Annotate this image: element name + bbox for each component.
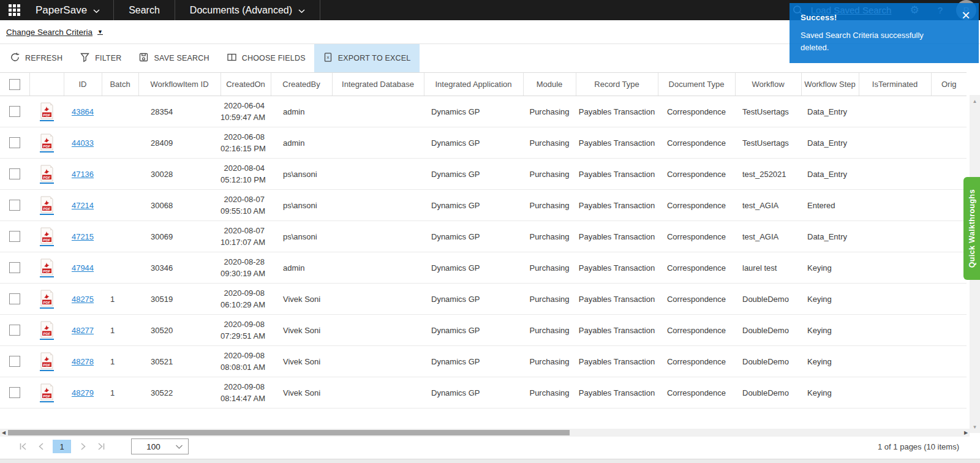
col-header-module[interactable]: Module bbox=[523, 73, 576, 96]
document-id-link[interactable]: 47136 bbox=[72, 170, 94, 179]
row-checkbox[interactable] bbox=[9, 231, 20, 242]
row-checkbox[interactable] bbox=[9, 168, 20, 179]
document-id-link[interactable]: 43864 bbox=[72, 107, 94, 116]
module-cell: Purchasing bbox=[523, 377, 576, 408]
svg-text:PDF: PDF bbox=[43, 363, 50, 366]
document-icon-header bbox=[29, 73, 64, 96]
document-id-link[interactable]: 48275 bbox=[72, 295, 94, 304]
col-header-createdby[interactable]: CreatedBy bbox=[271, 73, 332, 96]
pdf-document-link[interactable]: PDF bbox=[40, 165, 54, 184]
id-cell: 47944 bbox=[64, 252, 102, 284]
col-header-batch[interactable]: Batch bbox=[102, 73, 138, 96]
save-search-button[interactable]: SAVE SEARCH bbox=[130, 44, 217, 72]
row-checkbox[interactable] bbox=[9, 262, 20, 273]
quick-walkthroughs-tab[interactable]: Quick Walkthroughs bbox=[963, 177, 980, 280]
table-row: PDF 47136 30028 2020-08-04 05:12:10 PM p… bbox=[0, 159, 967, 190]
toast-title: Success! bbox=[801, 13, 968, 22]
col-header-createdon[interactable]: CreatedOn bbox=[221, 73, 271, 96]
workflow-cell: test_AGIA bbox=[735, 221, 801, 252]
row-checkbox[interactable] bbox=[9, 387, 20, 398]
integrated-database-cell bbox=[332, 377, 424, 408]
pdf-document-link[interactable]: PDF bbox=[40, 134, 54, 152]
batch-cell bbox=[102, 96, 138, 127]
horizontal-scrollbar[interactable]: ◀ ▶ bbox=[0, 429, 970, 437]
col-header-record-type[interactable]: Record Type bbox=[576, 73, 658, 96]
module-cell: Purchasing bbox=[523, 252, 576, 284]
row-select-cell bbox=[0, 346, 29, 377]
pdf-document-link[interactable]: PDF bbox=[40, 321, 54, 340]
pager-summary: 1 of 1 pages (10 items) bbox=[878, 442, 959, 451]
export-to-excel-button[interactable]: x EXPORT TO EXCEL bbox=[314, 44, 420, 72]
col-header-integrated-database[interactable]: Integrated Database bbox=[332, 73, 424, 96]
close-icon[interactable]: × bbox=[962, 8, 970, 23]
module-cell: Purchasing bbox=[523, 96, 576, 127]
orig-cell bbox=[931, 346, 967, 377]
nav-documents-advanced[interactable]: Documents (Advanced) bbox=[175, 0, 320, 20]
document-id-link[interactable]: 48277 bbox=[72, 326, 94, 335]
document-id-link[interactable]: 47215 bbox=[72, 232, 94, 241]
app-launcher-button[interactable] bbox=[0, 0, 28, 20]
pdf-document-link[interactable]: PDF bbox=[40, 352, 54, 371]
document-type-cell: Correspondence bbox=[658, 221, 735, 252]
col-header-isterminated[interactable]: IsTerminated bbox=[859, 73, 931, 96]
scroll-down-icon[interactable]: ▼ bbox=[970, 422, 980, 432]
row-checkbox[interactable] bbox=[9, 325, 20, 336]
page-size-value: 100 bbox=[132, 442, 175, 451]
pdf-document-link[interactable]: PDF bbox=[40, 227, 54, 246]
workflow-step-cell: Entered bbox=[801, 190, 859, 221]
col-header-id[interactable]: ID bbox=[64, 73, 102, 96]
document-id-link[interactable]: 48279 bbox=[72, 388, 94, 397]
document-id-link[interactable]: 47214 bbox=[72, 201, 94, 210]
last-page-button[interactable] bbox=[92, 439, 110, 454]
scroll-right-icon[interactable]: ▶ bbox=[962, 429, 970, 437]
refresh-button[interactable]: REFRESH bbox=[1, 44, 71, 72]
scroll-left-icon[interactable]: ◀ bbox=[0, 429, 7, 437]
row-checkbox[interactable] bbox=[9, 293, 20, 304]
pdf-icon: PDF bbox=[40, 258, 54, 276]
next-page-button[interactable] bbox=[74, 439, 92, 454]
integrated-application-cell: Dynamics GP bbox=[424, 127, 523, 159]
workflow-cell: TestUsertags bbox=[735, 127, 801, 159]
choose-fields-button[interactable]: CHOOSE FIELDS bbox=[218, 44, 314, 72]
pdf-document-link[interactable]: PDF bbox=[40, 102, 54, 121]
pdf-document-link[interactable]: PDF bbox=[40, 290, 54, 309]
col-header-integrated-application[interactable]: Integrated Application bbox=[424, 73, 523, 96]
nav-search[interactable]: Search bbox=[114, 0, 175, 20]
integrated-application-cell: Dynamics GP bbox=[424, 315, 523, 346]
pdf-document-link[interactable]: PDF bbox=[40, 383, 54, 402]
first-page-button[interactable] bbox=[13, 439, 32, 454]
col-header-workflowitem-id[interactable]: WorkflowItem ID bbox=[138, 73, 221, 96]
caret-down-icon: ▼ bbox=[97, 29, 103, 35]
created-by-cell: Vivek Soni bbox=[271, 346, 332, 377]
col-header-workflow[interactable]: Workflow bbox=[735, 73, 801, 96]
horizontal-scroll-thumb[interactable] bbox=[8, 430, 570, 435]
document-id-link[interactable]: 44033 bbox=[72, 138, 94, 148]
brand-menu[interactable]: PaperSave bbox=[28, 0, 114, 20]
record-type-cell: Payables Transaction bbox=[576, 377, 658, 408]
scroll-up-icon[interactable]: ▲ bbox=[970, 96, 980, 106]
col-header-document-type[interactable]: Document Type bbox=[658, 73, 735, 96]
row-checkbox[interactable] bbox=[9, 200, 20, 211]
integrated-application-cell: Dynamics GP bbox=[424, 96, 523, 127]
created-by-cell: ps\ansoni bbox=[271, 159, 332, 190]
col-header-workflow-step[interactable]: Workflow Step bbox=[801, 73, 859, 96]
workflowitem-id-cell: 30346 bbox=[138, 252, 221, 284]
svg-text:PDF: PDF bbox=[43, 206, 50, 210]
pdf-document-link[interactable]: PDF bbox=[40, 258, 54, 277]
pdf-document-link[interactable]: PDF bbox=[40, 196, 54, 215]
row-checkbox[interactable] bbox=[9, 106, 20, 117]
document-id-link[interactable]: 48278 bbox=[72, 357, 94, 366]
select-all-checkbox[interactable] bbox=[9, 79, 20, 90]
page-size-dropdown[interactable]: 100 bbox=[131, 439, 189, 454]
change-search-criteria-link[interactable]: Change Search Criteria ▼ bbox=[6, 28, 103, 37]
current-page-button[interactable]: 1 bbox=[53, 440, 71, 453]
filter-button[interactable]: FILTER bbox=[71, 44, 130, 72]
document-id-link[interactable]: 47944 bbox=[72, 263, 94, 273]
previous-page-button[interactable] bbox=[32, 439, 50, 454]
batch-cell: 1 bbox=[102, 377, 138, 408]
workflow-cell: TestUsertags bbox=[735, 96, 801, 127]
row-checkbox[interactable] bbox=[9, 356, 20, 367]
col-header-orig[interactable]: Orig bbox=[931, 73, 967, 96]
row-checkbox[interactable] bbox=[9, 137, 20, 148]
pdf-icon: PDF bbox=[40, 290, 54, 307]
